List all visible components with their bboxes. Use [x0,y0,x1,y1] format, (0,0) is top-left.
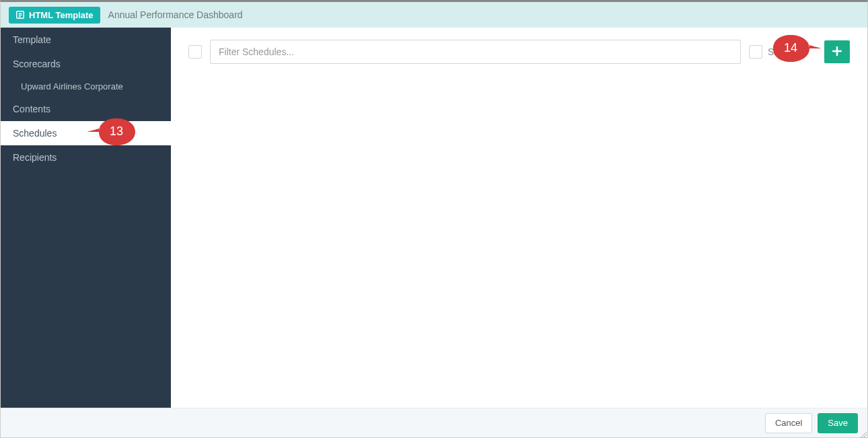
show-checkbox[interactable] [749,45,762,59]
sidebar-item-schedules[interactable]: Schedules 13 [1,121,171,145]
html-template-badge: HTML Template [9,7,100,24]
sidebar: Template Scorecards Upward Airlines Corp… [1,28,171,408]
page-title: Annual Performance Dashboard [108,9,243,20]
save-button[interactable]: Save [818,413,858,433]
badge-label: HTML Template [29,10,94,20]
header-bar: HTML Template Annual Performance Dashboa… [1,2,867,28]
filter-schedules-input[interactable] [210,40,741,64]
sidebar-item-contents[interactable]: Contents [1,97,171,121]
callout-13-label: 13 [104,124,129,139]
schedules-toolbar: Sh 14 [188,40,850,64]
html-icon [15,10,25,20]
sidebar-item-recipients[interactable]: Recipients [1,145,171,170]
resize-handle-icon[interactable] [860,430,867,437]
show-label: Sh [768,46,779,57]
sidebar-item-template[interactable]: Template [1,28,171,52]
plus-icon [832,46,842,58]
add-schedule-button[interactable]: 14 [824,40,850,63]
select-all-checkbox[interactable] [188,45,202,59]
callout-13: 13 [87,117,138,147]
sidebar-item-label: Schedules [13,128,57,139]
content-area: Sh 14 [171,28,867,408]
sidebar-item-upward-airlines[interactable]: Upward Airlines Corporate [1,76,171,97]
footer-bar: Cancel Save [1,408,867,437]
sidebar-item-scorecards[interactable]: Scorecards [1,52,171,76]
cancel-button[interactable]: Cancel [765,413,812,433]
show-toggle-wrap: Sh [749,45,816,59]
